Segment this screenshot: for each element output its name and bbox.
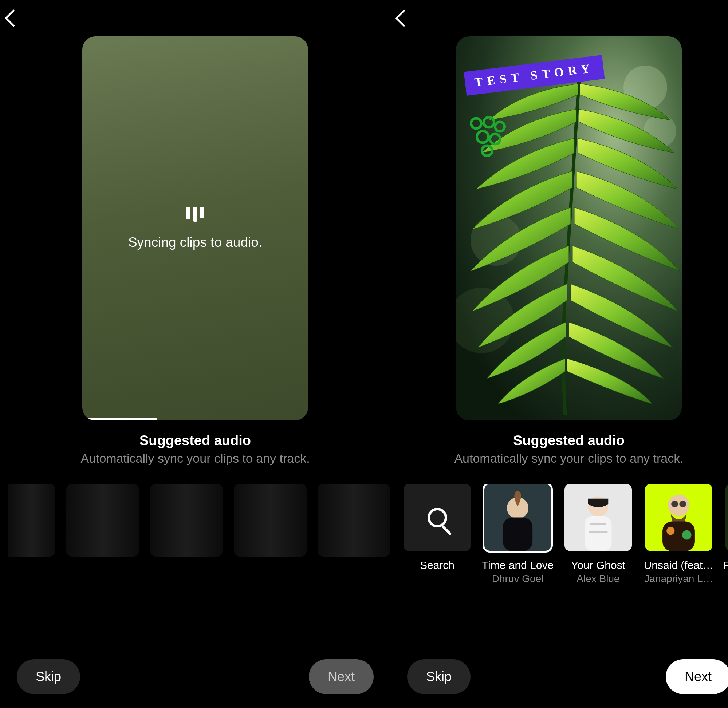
track-thumb[interactable] bbox=[484, 484, 551, 551]
track-artist: Alex Blue bbox=[577, 573, 619, 585]
equalizer-icon bbox=[186, 207, 204, 222]
suggested-audio-header: Suggested audio Automatically sync your … bbox=[0, 433, 390, 466]
preview-area: TEST STORY bbox=[390, 36, 728, 421]
search-icon bbox=[427, 508, 447, 527]
bottom-bar: Skip Next bbox=[0, 659, 390, 694]
story-preview-loading: Syncing clips to audio. bbox=[82, 36, 308, 421]
track-thumb[interactable] bbox=[645, 484, 712, 551]
screen-loaded: TEST STORY Suggested audio Automatically… bbox=[390, 0, 728, 708]
track-title: Unsaid (feat… bbox=[644, 559, 714, 572]
screen-loading: Syncing clips to audio. Suggested audio … bbox=[0, 0, 390, 708]
svg-point-17 bbox=[682, 530, 692, 540]
suggested-audio-header: Suggested audio Automatically sync your … bbox=[390, 433, 728, 466]
track-artist: Janapriyan L… bbox=[644, 573, 713, 585]
audio-track-row-skeleton bbox=[0, 484, 390, 557]
swirl-sticker-icon[interactable] bbox=[465, 109, 509, 157]
audio-track-fallin[interactable]: Fallin The bbox=[725, 484, 728, 585]
section-subtitle: Automatically sync your clips to any tra… bbox=[0, 451, 390, 466]
section-subtitle: Automatically sync your clips to any tra… bbox=[390, 451, 728, 466]
skeleton-tile bbox=[8, 484, 55, 557]
search-label: Search bbox=[420, 559, 455, 572]
track-artist: Dhruv Goel bbox=[492, 573, 544, 585]
bottom-bar: Skip Next bbox=[390, 659, 728, 694]
audio-search-tile[interactable]: Search bbox=[404, 484, 471, 585]
svg-rect-7 bbox=[503, 518, 532, 551]
track-title: Fallin bbox=[723, 559, 728, 572]
back-icon[interactable] bbox=[395, 9, 413, 27]
svg-point-16 bbox=[667, 527, 674, 535]
skeleton-tile bbox=[234, 484, 307, 557]
back-icon[interactable] bbox=[5, 9, 22, 27]
svg-point-12 bbox=[668, 495, 689, 516]
search-thumb[interactable] bbox=[404, 484, 471, 551]
skip-button[interactable]: Skip bbox=[407, 659, 471, 694]
audio-track-time-and-love[interactable]: Time and Love Dhruv Goel bbox=[484, 484, 551, 585]
section-title: Suggested audio bbox=[0, 433, 390, 448]
audio-track-row[interactable]: Search Time and Love Dhruv Goel Your Gho… bbox=[390, 484, 728, 585]
svg-point-14 bbox=[679, 501, 686, 508]
topbar bbox=[390, 0, 728, 36]
svg-point-13 bbox=[671, 501, 678, 508]
track-thumb[interactable] bbox=[564, 484, 632, 551]
story-preview[interactable]: TEST STORY bbox=[456, 36, 682, 421]
loading-text: Syncing clips to audio. bbox=[128, 235, 262, 250]
svg-rect-10 bbox=[585, 516, 612, 551]
skeleton-tile bbox=[318, 484, 390, 557]
skeleton-tile bbox=[150, 484, 223, 557]
dual-screenshot-container: Syncing clips to audio. Suggested audio … bbox=[0, 0, 728, 708]
story-preview-image bbox=[456, 36, 682, 421]
track-title: Time and Love bbox=[482, 559, 554, 572]
svg-rect-18 bbox=[725, 484, 728, 551]
audio-track-your-ghost[interactable]: Your Ghost Alex Blue bbox=[564, 484, 632, 585]
track-thumb[interactable] bbox=[725, 484, 728, 551]
loading-progress-bar bbox=[82, 418, 157, 421]
skip-button[interactable]: Skip bbox=[17, 659, 80, 694]
section-title: Suggested audio bbox=[390, 433, 728, 448]
track-title: Your Ghost bbox=[571, 559, 625, 572]
next-button[interactable]: Next bbox=[666, 659, 728, 694]
audio-track-unsaid[interactable]: Unsaid (feat… Janapriyan L… bbox=[645, 484, 712, 585]
preview-area: Syncing clips to audio. bbox=[0, 36, 390, 421]
skeleton-tile bbox=[66, 484, 139, 557]
topbar bbox=[0, 0, 390, 36]
next-button[interactable]: Next bbox=[309, 659, 373, 694]
